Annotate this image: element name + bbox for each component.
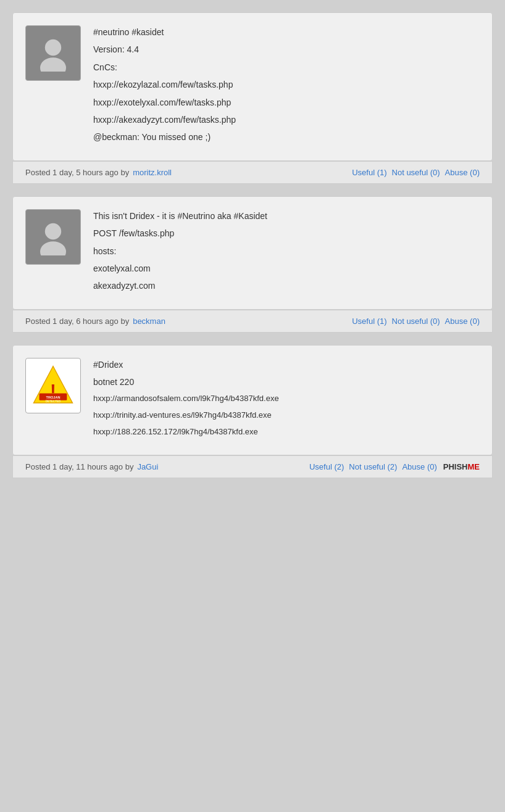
- post-footer-3: Posted 1 day, 11 hours ago by JaGui Usef…: [12, 455, 493, 478]
- abuse-link-3[interactable]: Abuse (0): [402, 462, 436, 471]
- useful-link-3[interactable]: Useful (2): [309, 462, 344, 471]
- useful-link-1[interactable]: Useful (1): [352, 168, 386, 177]
- post-line-url3-3: hxxp://188.226.152.172/l9k7hg4/b4387kfd.…: [93, 426, 480, 439]
- author-link-1[interactable]: moritz.kroll: [133, 168, 172, 177]
- person-icon-2: [35, 218, 72, 255]
- phishme-logo: PHISHME: [443, 462, 480, 471]
- author-link-3[interactable]: JaGui: [137, 462, 158, 471]
- post-line-cnc2: hxxp://exotelyxal.com/few/tasks.php: [93, 96, 480, 109]
- post-line-title-2: This isn't Dridex - it is #Neutrino aka …: [93, 209, 480, 223]
- post-line-host1-2: exotelyxal.com: [93, 262, 480, 275]
- svg-point-1: [40, 57, 66, 72]
- trojan-icon: ! TROJAN DETECTED: [31, 364, 75, 407]
- footer-actions-3: Useful (2) Not useful (2) Abuse (0) PHIS…: [309, 462, 480, 471]
- post-card-3: ! TROJAN DETECTED #Dridex botnet 220 hxx…: [12, 345, 493, 455]
- post-line-cnc1: hxxp://ekozylazal.com/few/tasks.php: [93, 78, 480, 91]
- post-line-mention: @beckman: You missed one ;): [93, 130, 480, 144]
- footer-actions-1: Useful (1) Not useful (0) Abuse (0): [352, 168, 480, 177]
- post-line-tags: #neutrino #kasidet: [93, 25, 480, 39]
- posted-text-3: Posted 1 day, 11 hours ago by: [25, 462, 133, 471]
- post-line-host2-2: akexadyzyt.com: [93, 279, 480, 292]
- post-line-post-2: POST /few/tasks.php: [93, 226, 480, 240]
- svg-point-3: [40, 241, 66, 255]
- post-footer-2: Posted 1 day, 6 hours ago by beckman Use…: [12, 310, 493, 333]
- footer-actions-2: Useful (1) Not useful (0) Abuse (0): [352, 317, 480, 326]
- svg-text:TROJAN: TROJAN: [46, 396, 61, 399]
- avatar-1: [25, 25, 81, 81]
- svg-point-2: [45, 223, 61, 239]
- post-text-2: This isn't Dridex - it is #Neutrino aka …: [93, 209, 480, 297]
- svg-text:DETECTED: DETECTED: [46, 400, 61, 403]
- post-text-1: #neutrino #kasidet Version: 4.4 CnCs: hx…: [93, 25, 480, 148]
- post-line-hosts-label-2: hosts:: [93, 244, 480, 258]
- author-link-2[interactable]: beckman: [133, 317, 165, 326]
- post-line-cncs: CnCs:: [93, 60, 480, 74]
- post-footer-1: Posted 1 day, 5 hours ago by moritz.krol…: [12, 161, 493, 184]
- not-useful-link-3[interactable]: Not useful (2): [349, 462, 397, 471]
- abuse-link-1[interactable]: Abuse (0): [445, 168, 480, 177]
- post-line-url2-3: hxxp://trinity.ad-ventures.es/l9k7hg4/b4…: [93, 409, 480, 422]
- avatar-2: [25, 209, 81, 265]
- post-content-2: This isn't Dridex - it is #Neutrino aka …: [25, 209, 480, 297]
- post-text-3: #Dridex botnet 220 hxxp://armandosofsale…: [93, 358, 480, 442]
- post-content-3: ! TROJAN DETECTED #Dridex botnet 220 hxx…: [25, 358, 480, 442]
- posted-text-1: Posted 1 day, 5 hours ago by: [25, 168, 129, 177]
- post-line-url1-3: hxxp://armandosofsalem.com/l9k7hg4/b4387…: [93, 392, 480, 405]
- post-line-tag-3: #Dridex: [93, 358, 480, 371]
- post-line-botnet-3: botnet 220: [93, 375, 480, 389]
- svg-point-0: [45, 39, 61, 56]
- post-line-version: Version: 4.4: [93, 43, 480, 56]
- post-line-cnc3: hxxp://akexadyzyt.com/few/tasks.php: [93, 113, 480, 126]
- not-useful-link-2[interactable]: Not useful (0): [392, 317, 440, 326]
- abuse-link-2[interactable]: Abuse (0): [445, 317, 480, 326]
- useful-link-2[interactable]: Useful (1): [352, 317, 386, 326]
- post-card-2: This isn't Dridex - it is #Neutrino aka …: [12, 196, 493, 310]
- post-content-1: #neutrino #kasidet Version: 4.4 CnCs: hx…: [25, 25, 480, 148]
- person-icon: [35, 35, 72, 72]
- not-useful-link-1[interactable]: Not useful (0): [392, 168, 440, 177]
- avatar-3: ! TROJAN DETECTED: [25, 358, 81, 413]
- post-card-1: #neutrino #kasidet Version: 4.4 CnCs: hx…: [12, 12, 493, 161]
- posted-text-2: Posted 1 day, 6 hours ago by: [25, 317, 129, 326]
